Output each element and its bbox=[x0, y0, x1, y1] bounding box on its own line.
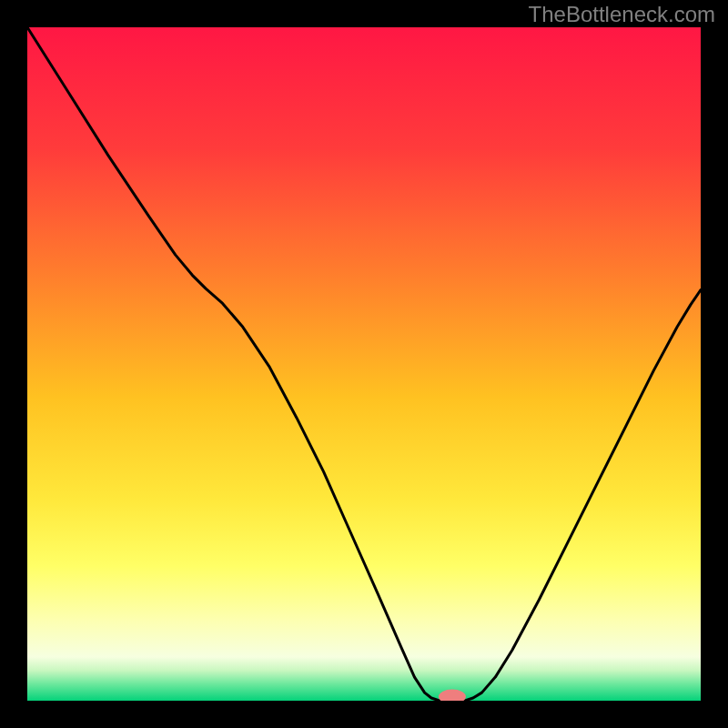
chart-frame: TheBottleneck.com bbox=[0, 0, 728, 728]
chart-canvas bbox=[0, 0, 728, 728]
minimum-marker bbox=[439, 690, 466, 704]
gradient-background bbox=[27, 27, 701, 701]
watermark-text: TheBottleneck.com bbox=[529, 2, 715, 27]
